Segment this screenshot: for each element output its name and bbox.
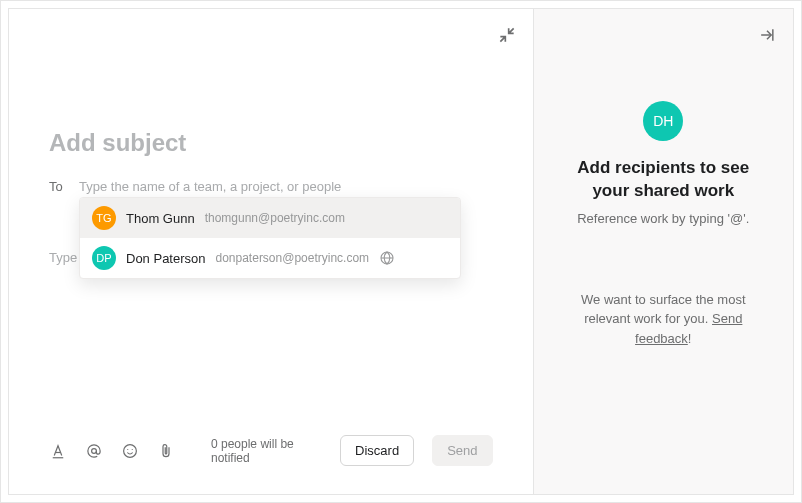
suggestion-item[interactable]: TG Thom Gunn thomgunn@poetryinc.com <box>80 198 460 238</box>
to-input[interactable] <box>79 179 493 194</box>
svg-point-1 <box>92 448 97 453</box>
text-format-icon[interactable] <box>49 442 67 460</box>
context-help: We want to surface the most relevant wor… <box>558 290 769 349</box>
context-subtitle: Reference work by typing '@'. <box>577 211 749 226</box>
avatar: DP <box>92 246 116 270</box>
user-avatar: DH <box>643 101 683 141</box>
compose-window: To TG Thom Gunn thomgunn@poetryinc.com D… <box>8 8 794 495</box>
attachment-icon[interactable] <box>157 442 175 460</box>
subject-input[interactable] <box>49 129 493 157</box>
close-panel-icon[interactable] <box>757 25 777 45</box>
suggestion-name: Don Paterson <box>126 251 206 266</box>
suggestion-name: Thom Gunn <box>126 211 195 226</box>
context-pane: DH Add recipients to see your shared wor… <box>533 9 793 494</box>
notify-count: 0 people will be notified <box>211 437 322 465</box>
send-button[interactable]: Send <box>432 435 492 466</box>
svg-point-3 <box>127 448 128 449</box>
globe-icon <box>379 250 395 266</box>
avatar: TG <box>92 206 116 230</box>
collapse-icon[interactable] <box>497 25 517 45</box>
to-label: To <box>49 179 79 194</box>
suggestion-item[interactable]: DP Don Paterson donpaterson@poetryinc.co… <box>80 238 460 278</box>
recipient-suggestions: TG Thom Gunn thomgunn@poetryinc.com DP D… <box>79 197 461 279</box>
svg-point-2 <box>124 444 137 457</box>
mention-icon[interactable] <box>85 442 103 460</box>
svg-point-4 <box>132 448 133 449</box>
compose-pane: To TG Thom Gunn thomgunn@poetryinc.com D… <box>9 9 533 494</box>
help-post: ! <box>688 331 692 346</box>
context-title: Add recipients to see your shared work <box>558 157 769 203</box>
suggestion-email: thomgunn@poetryinc.com <box>205 211 345 225</box>
compose-footer: 0 people will be notified Discard Send <box>9 435 533 494</box>
emoji-icon[interactable] <box>121 442 139 460</box>
to-row: To <box>49 179 493 194</box>
suggestion-email: donpaterson@poetryinc.com <box>216 251 370 265</box>
discard-button[interactable]: Discard <box>340 435 414 466</box>
